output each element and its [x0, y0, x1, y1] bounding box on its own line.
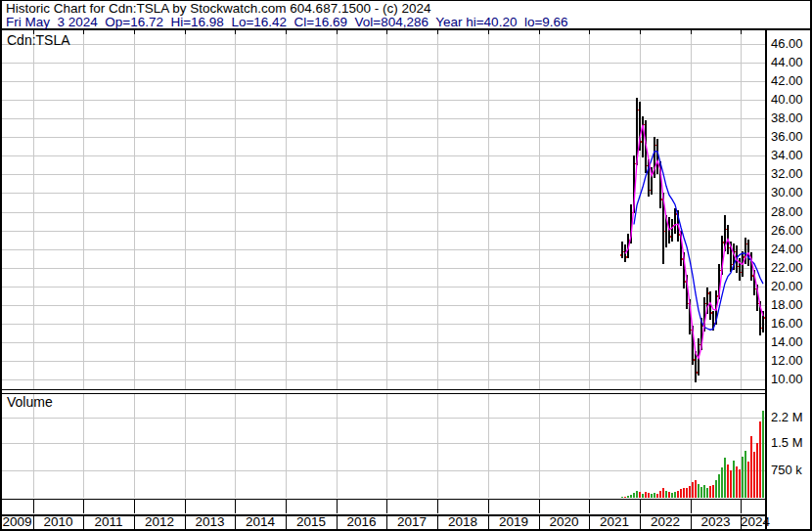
price-axis-label: 24.00 — [771, 243, 810, 256]
year-label: 2017 — [386, 515, 437, 529]
price-axis-label: 42.00 — [771, 74, 810, 88]
chart-title: Historic Chart for Cdn:TSLA by Stockwatc… — [6, 1, 430, 16]
year-label: 2012 — [134, 515, 185, 529]
price-axis-label: 30.00 — [771, 186, 810, 199]
price-axis-label: 32.00 — [771, 167, 810, 181]
year-label: 2013 — [185, 515, 235, 529]
volume-axis-label: 1.5 M — [771, 436, 812, 450]
price-axis-label: 26.00 — [771, 224, 810, 238]
price-axis-label: 16.00 — [771, 317, 810, 331]
volume-axis-label: 2.2 M — [771, 411, 812, 424]
price-axis-label: 44.00 — [771, 56, 810, 69]
year-label: 2021 — [589, 515, 640, 529]
price-axis-label: 36.00 — [771, 130, 810, 144]
symbol-label: Cdn:TSLA — [7, 33, 70, 47]
year-label: 2016 — [337, 515, 386, 529]
year-label: 2020 — [539, 515, 589, 529]
chart-canvas — [0, 0, 812, 531]
price-axis-label: 28.00 — [771, 205, 810, 219]
price-axis-label: 12.00 — [771, 354, 810, 368]
year-label: 2022 — [640, 515, 691, 529]
year-label: 2018 — [437, 515, 488, 529]
year-label: 2009 — [1, 515, 33, 529]
chart-quote-line: Fri May 3 2024 Op=16.72 Hi=16.98 Lo=16.4… — [6, 15, 568, 29]
price-axis-label: 46.00 — [771, 37, 810, 51]
year-label: 2014 — [235, 515, 286, 529]
price-axis-label: 34.00 — [771, 149, 810, 162]
price-axis-label: 22.00 — [771, 261, 810, 275]
price-axis-label: 10.00 — [771, 373, 810, 386]
price-axis-label: 40.00 — [771, 93, 810, 107]
price-axis-label: 14.00 — [771, 335, 810, 349]
price-axis-label: 20.00 — [771, 280, 810, 293]
year-label: 2015 — [286, 515, 337, 529]
volume-axis-label: 750 k — [771, 464, 812, 477]
year-label: 2024 — [741, 515, 766, 529]
year-label: 2010 — [33, 515, 83, 529]
year-label: 2023 — [691, 515, 741, 529]
year-label: 2019 — [488, 515, 539, 529]
volume-pane-label: Volume — [7, 395, 53, 409]
year-label: 2011 — [83, 515, 134, 529]
stock-chart-screen: Historic Chart for Cdn:TSLA by Stockwatc… — [0, 0, 812, 531]
price-axis-label: 38.00 — [771, 111, 810, 125]
price-axis-label: 18.00 — [771, 298, 810, 312]
